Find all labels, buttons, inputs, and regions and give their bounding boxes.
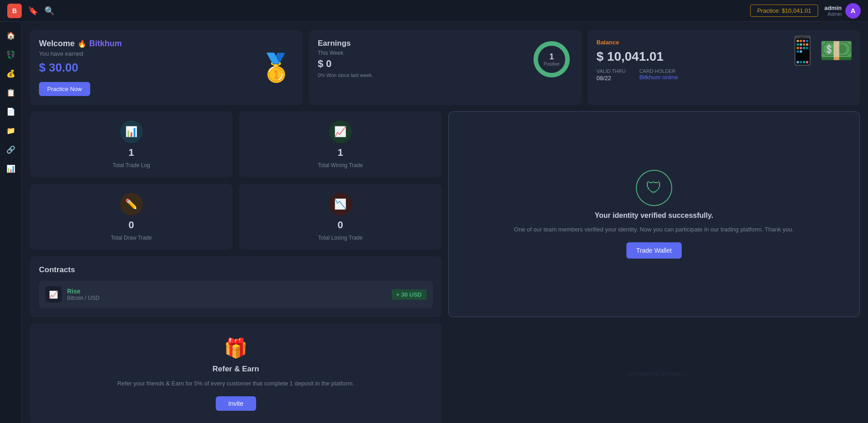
earnings-card: Earnings This Week $ 0 0% Won since last…	[309, 30, 581, 105]
balance-decoration-icon: 📱💵	[786, 34, 853, 67]
refer-title: Refer & Earn	[213, 365, 259, 374]
refer-card: 🎁 Refer & Earn Refer your friends & Earn…	[30, 323, 442, 423]
sidebar-item-stats[interactable]: 📊	[3, 160, 19, 177]
draw-icon: ✏️	[120, 193, 143, 216]
donut-label: Positive	[543, 62, 559, 67]
losing-value: 0	[338, 219, 343, 231]
contract-left: 📈 Rise Bitcoin / USD	[45, 286, 99, 303]
watermark-text: — promotional content —	[621, 370, 687, 377]
winning-value: 1	[338, 147, 343, 159]
verify-shield-icon: 🛡	[636, 170, 672, 206]
welcome-brand: Bitkhum	[89, 39, 122, 48]
earnings-info: Earnings This Week $ 0 0% Won since last…	[318, 39, 373, 78]
losing-icon: 📉	[329, 193, 352, 216]
refer-description: Refer your friends & Earn for 5% of ever…	[117, 379, 354, 388]
losing-label: Total Losing Trade	[318, 235, 363, 241]
valid-thru-label: VALID THRU	[596, 68, 626, 74]
earnings-title: Earnings	[318, 39, 373, 48]
stat-card-losing: 📉 0 Total Losing Trade	[239, 184, 441, 250]
sidebar-item-wallet[interactable]: 💰	[3, 65, 19, 82]
topnav: B 🔖 🔍 Practice: $10,041.01 admin Admin A	[0, 0, 868, 22]
trade-wallet-button[interactable]: Trade Wallet	[626, 242, 682, 259]
card-holder-label: CARD HOLDER	[639, 68, 678, 74]
sidebar-item-trade[interactable]: 💱	[3, 46, 19, 62]
stat-card-draw: ✏️ 0 Total Draw Trade	[30, 184, 233, 250]
winning-icon: 📈	[329, 120, 352, 143]
valid-thru-value: 08/22	[596, 75, 626, 82]
invite-button[interactable]: Invite	[216, 396, 256, 411]
left-column: 📊 1 Total Trade Log 📈 1 Total Wining Tra…	[30, 111, 442, 317]
draw-value: 0	[129, 219, 134, 231]
trade-log-label: Total Trade Log	[112, 162, 150, 168]
user-name: admin	[824, 5, 842, 11]
contracts-card: Contracts 📈 Rise Bitcoin / USD + 30 USD	[30, 256, 442, 317]
sidebar: 🏠 💱 💰 📋 📄 📁 🔗 📊	[0, 22, 22, 423]
earnings-header: Earnings This Week $ 0 0% Won since last…	[318, 39, 572, 80]
donut-center: 1 Positive	[543, 52, 559, 67]
sidebar-item-history[interactable]: 📄	[3, 103, 19, 120]
avatar[interactable]: A	[845, 3, 861, 19]
user-info: admin Admin A	[824, 3, 861, 19]
trade-log-icon: 📊	[120, 120, 143, 143]
welcome-prefix: Welcome	[39, 39, 75, 48]
verification-card: 🛡 Your identity verified successfully. O…	[448, 111, 860, 317]
logo[interactable]: B	[7, 4, 22, 18]
contract-chart-icon: 📈	[45, 286, 62, 303]
topnav-right: Practice: $10,041.01 admin Admin A	[750, 3, 861, 19]
practice-now-button[interactable]: Practice Now	[39, 82, 90, 96]
sidebar-item-orders[interactable]: 📋	[3, 84, 19, 101]
user-text: admin Admin	[824, 5, 842, 17]
contract-badge: + 30 USD	[392, 289, 427, 300]
practice-balance-button[interactable]: Practice: $10,041.01	[750, 5, 818, 17]
stat-card-winning: 📈 1 Total Wining Trade	[239, 111, 441, 178]
bookmark-icon[interactable]: 🔖	[28, 6, 38, 16]
welcome-title: Welcome 🔥 Bitkhum	[39, 39, 293, 48]
sidebar-item-home[interactable]: 🏠	[3, 27, 19, 43]
fire-icon: 🔥	[78, 39, 87, 48]
watermark-area: — promotional content —	[448, 323, 860, 423]
bottom-row: 🎁 Refer & Earn Refer your friends & Earn…	[30, 323, 860, 423]
topnav-left: B 🔖 🔍	[7, 4, 54, 18]
card-holder-value[interactable]: Bitkhum online	[639, 74, 678, 81]
contract-name: Rise	[67, 288, 99, 295]
earnings-donut: 1 Positive	[531, 39, 572, 80]
search-icon[interactable]: 🔍	[44, 6, 54, 16]
trade-log-value: 1	[129, 147, 134, 159]
top-row: Welcome 🔥 Bitkhum You have earned $ 30.0…	[30, 30, 860, 105]
middle-row: 📊 1 Total Trade Log 📈 1 Total Wining Tra…	[30, 111, 860, 317]
balance-card: Balance $ 10,041.01 VALID THRU 08/22 CAR…	[587, 30, 860, 105]
stat-card-trade-log: 📊 1 Total Trade Log	[30, 111, 233, 178]
earnings-week-label: This Week	[318, 50, 373, 56]
draw-label: Total Draw Trade	[111, 235, 152, 241]
contract-row: 📈 Rise Bitcoin / USD + 30 USD	[39, 281, 433, 308]
balance-meta: VALID THRU 08/22 CARD HOLDER Bitkhum onl…	[596, 68, 851, 82]
sidebar-item-files[interactable]: 📁	[3, 122, 19, 139]
gift-icon: 🎁	[224, 337, 247, 359]
verify-description: One of our team members verified your id…	[514, 225, 794, 234]
earned-amount: $ 30.00	[39, 61, 293, 75]
you-earned-label: You have earned	[39, 50, 293, 57]
donut-value: 1	[543, 52, 559, 62]
card-holder: CARD HOLDER Bitkhum online	[639, 68, 678, 82]
earnings-sub: 0% Won since last week.	[318, 72, 373, 78]
contract-pair: Bitcoin / USD	[67, 295, 99, 301]
medal-icon: 🥇	[259, 52, 293, 84]
contracts-title: Contracts	[39, 265, 433, 274]
valid-thru: VALID THRU 08/22	[596, 68, 626, 82]
user-role: Admin	[824, 11, 842, 17]
winning-label: Total Wining Trade	[318, 162, 363, 168]
contract-info: Rise Bitcoin / USD	[67, 288, 99, 301]
verify-title: Your identity verified successfully.	[595, 212, 713, 220]
stats-grid: 📊 1 Total Trade Log 📈 1 Total Wining Tra…	[30, 111, 442, 250]
content: Welcome 🔥 Bitkhum You have earned $ 30.0…	[22, 22, 868, 423]
main-layout: 🏠 💱 💰 📋 📄 📁 🔗 📊 Welcome 🔥 Bitkhum You ha…	[0, 22, 868, 423]
sidebar-item-affiliate[interactable]: 🔗	[3, 141, 19, 158]
welcome-card: Welcome 🔥 Bitkhum You have earned $ 30.0…	[30, 30, 302, 105]
earnings-amount: $ 0	[318, 58, 373, 70]
